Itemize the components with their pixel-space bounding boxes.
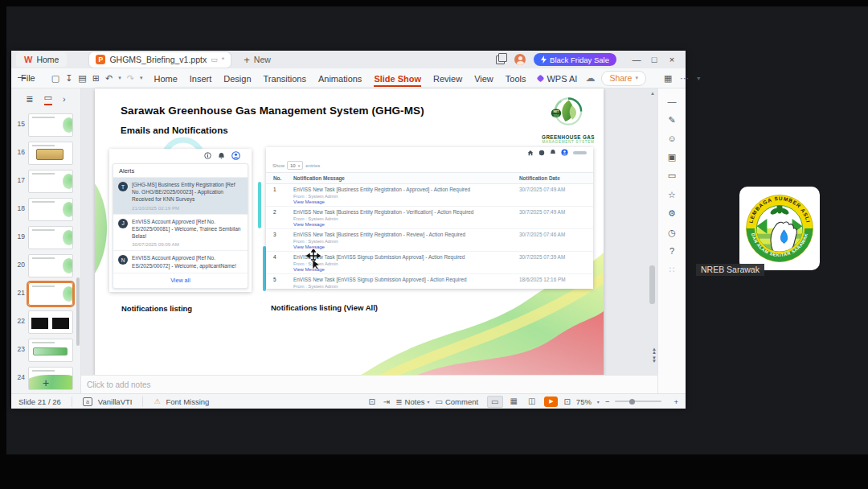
zoom-level[interactable]: 75% <box>576 397 592 406</box>
table-row[interactable]: 3EnVISS New Task [Business Entity Regist… <box>266 229 593 252</box>
view-message-link[interactable]: View Message <box>293 267 519 272</box>
comment-pane-icon[interactable]: ▭ <box>668 171 676 181</box>
slide-number[interactable]: 21 <box>13 282 25 297</box>
fit-slide-icon[interactable]: ⊡ <box>563 397 570 406</box>
slide-thumbnail[interactable] <box>28 198 73 221</box>
view-all-link[interactable]: View all <box>113 273 248 288</box>
table-row[interactable]: 2EnVISS New Task [Business Entity Regist… <box>266 207 593 229</box>
next-slide-button[interactable]: ▼▼ <box>652 356 657 363</box>
collapse-ribbon-icon[interactable]: ▾ <box>697 75 700 82</box>
task-pane-icon[interactable]: ⊡ <box>368 397 375 406</box>
print-icon[interactable]: ▤ <box>78 73 86 84</box>
view-message-link[interactable]: View Message <box>293 222 519 227</box>
shapes-icon[interactable]: ▣ <box>668 152 676 162</box>
history-clock-icon[interactable]: ◷ <box>668 228 676 238</box>
table-row[interactable]: 5EnVISS New Task [EnVISS Signup Submissi… <box>266 274 593 289</box>
zoom-slider-handle[interactable] <box>629 399 635 405</box>
participant-video-tile[interactable]: LEMBAGA SUMBER ASLI DAN ALAM SEKITAR SAR… <box>696 173 863 277</box>
slide-number[interactable]: 15 <box>13 113 25 128</box>
apps-grid-icon[interactable]: ∷ <box>669 265 675 275</box>
menu-slide-show[interactable]: Slide Show <box>374 71 421 86</box>
slide-number[interactable]: 17 <box>13 170 25 184</box>
zoom-out-button[interactable]: − <box>605 397 610 406</box>
previous-slide-button[interactable]: ▲▲ <box>652 347 657 354</box>
close-icon[interactable]: × <box>663 51 681 68</box>
comment-button[interactable]: ▭ Comment <box>435 397 478 406</box>
alert-item[interactable]: JEnVISS Account Approved [Ref No. ES/202… <box>113 215 248 252</box>
account-avatar[interactable] <box>514 54 526 65</box>
menu-wps-ai[interactable]: WPS AI <box>538 71 577 86</box>
slide-number[interactable]: 18 <box>13 198 25 212</box>
language-label[interactable]: VanillaVTI <box>98 397 133 406</box>
document-tab[interactable]: P GHGMS_Briefing_v1.pptx ▭ * <box>89 52 231 68</box>
alert-item[interactable]: T[GHG-MS] Business Entity Registration [… <box>113 178 248 215</box>
normal-view-icon[interactable]: ▭ <box>487 396 502 408</box>
file-menu[interactable]: File <box>21 73 35 83</box>
menu-home[interactable]: Home <box>154 71 177 86</box>
settings-gear-icon[interactable]: ⚙ <box>668 208 676 219</box>
task-window-icon[interactable]: ▦ <box>664 73 672 84</box>
zoom-slider[interactable] <box>615 401 661 402</box>
window-stack-icon[interactable] <box>496 55 505 64</box>
outline-view-icon[interactable]: ≣ <box>26 94 33 105</box>
vertical-scrollbar[interactable] <box>649 265 655 304</box>
slide-canvas[interactable]: Sarawak Greenhouse Gas Management System… <box>95 88 604 376</box>
menu-animations[interactable]: Animations <box>318 71 362 86</box>
scroll-up-icon[interactable]: ▲ <box>650 91 655 96</box>
maximize-icon[interactable]: □ <box>645 51 663 68</box>
notes-area[interactable]: Click to add notes <box>81 375 657 393</box>
share-button[interactable]: Share ▾ <box>601 71 646 86</box>
minimize-icon[interactable]: — <box>628 51 645 68</box>
slide-sorter-icon[interactable]: ▦ <box>507 396 521 408</box>
slide-number[interactable]: 23 <box>13 339 25 353</box>
undo-caret-icon[interactable]: ▾ <box>118 75 121 81</box>
more-caret-icon[interactable]: ▾ <box>140 75 143 81</box>
cloud-sync-icon[interactable]: ☁ <box>585 72 595 84</box>
table-row[interactable]: 1EnVISS New Task [Business Entity Regist… <box>266 184 593 207</box>
slide-number[interactable]: 22 <box>13 310 25 325</box>
slide-number[interactable]: 16 <box>13 142 25 156</box>
panel-scrollbar[interactable] <box>76 277 80 346</box>
undo-icon[interactable]: ↶ <box>105 73 113 84</box>
new-tab-button[interactable]: + New <box>244 54 271 66</box>
black-friday-sale-button[interactable]: Black Friday Sale <box>534 53 616 66</box>
slide-thumbnail[interactable] <box>28 142 73 165</box>
zoom-in-button[interactable]: + <box>674 397 678 406</box>
edit-tools-icon[interactable]: ✎ <box>668 115 675 125</box>
jump-to-pane-icon[interactable]: ⇥ <box>383 397 390 406</box>
view-message-link[interactable]: View Message <box>293 199 519 204</box>
help-icon[interactable]: ? <box>669 246 674 256</box>
menu-tools[interactable]: Tools <box>506 71 526 86</box>
alert-item[interactable]: NEnVISS Account Approved [Ref No. ES/202… <box>113 251 248 273</box>
slide-thumbnail[interactable] <box>28 339 73 362</box>
slide-thumbnail[interactable] <box>28 310 73 334</box>
slide-thumbnail[interactable] <box>28 170 73 193</box>
slide-thumbnail[interactable] <box>28 282 73 306</box>
slide-view-icon[interactable]: ▭ <box>44 92 52 105</box>
menu-review[interactable]: Review <box>433 71 462 86</box>
slide-thumbnail[interactable] <box>28 113 73 137</box>
notes-toggle[interactable]: ≣ Notes ▾ <box>395 397 429 406</box>
font-missing-label[interactable]: Font Missing <box>166 397 210 406</box>
save-icon[interactable]: ▢ <box>51 73 59 84</box>
add-slide-button[interactable]: + <box>11 376 80 389</box>
menu-view[interactable]: View <box>474 71 493 86</box>
menu-transitions[interactable]: Transitions <box>264 71 306 86</box>
expand-panel-icon[interactable]: › <box>63 94 66 104</box>
home-tab[interactable]: W Home <box>16 52 67 67</box>
redo-icon[interactable]: ↷ <box>127 73 134 84</box>
slideshow-play-button[interactable]: ▶ <box>544 397 558 407</box>
menu-insert[interactable]: Insert <box>190 71 212 86</box>
slide-number[interactable]: 19 <box>13 226 25 240</box>
print-preview-icon[interactable]: ⊞ <box>92 73 100 84</box>
slide-number[interactable]: 20 <box>13 254 25 269</box>
reading-view-icon[interactable]: ◫ <box>525 396 538 408</box>
export-icon[interactable]: ↧ <box>65 73 72 84</box>
contacts-icon[interactable]: ☺ <box>667 134 676 143</box>
slide-thumbnail[interactable] <box>28 226 73 249</box>
favorites-star-icon[interactable]: ☆ <box>668 190 676 200</box>
more-options-icon[interactable]: ⋯ <box>680 73 689 84</box>
view-message-link[interactable]: View Message <box>293 244 519 249</box>
menu-design[interactable]: Design <box>223 71 251 86</box>
page-size-select[interactable]: 10▾ <box>287 161 303 170</box>
